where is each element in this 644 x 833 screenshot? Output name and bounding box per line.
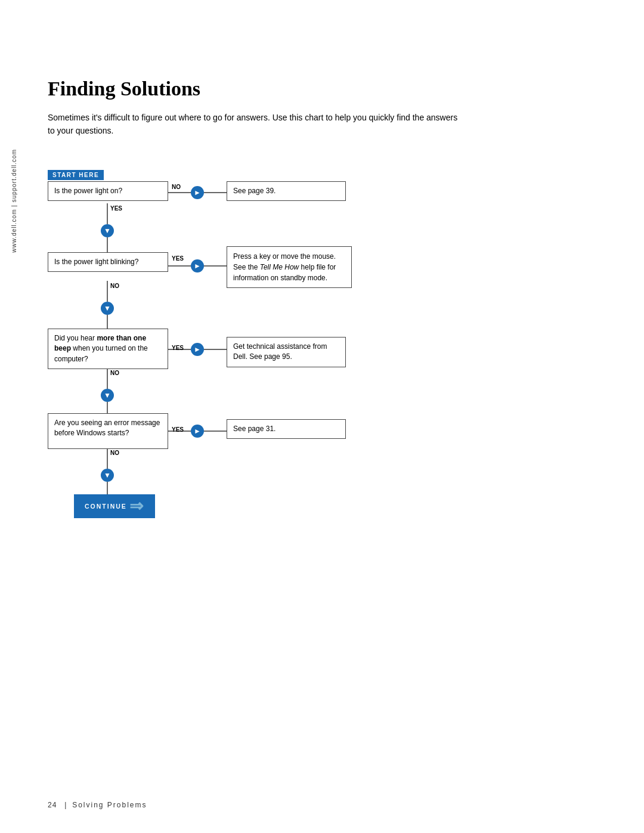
q4-no-arrow-icon: ▼ bbox=[101, 469, 114, 482]
q1-no-label: NO bbox=[172, 184, 181, 190]
flowchart: START HERE Is the power light on? NO ► S… bbox=[48, 162, 417, 567]
q1-no-answer: See page 39. bbox=[227, 181, 346, 201]
q2-no-label: NO bbox=[110, 283, 119, 289]
q3-no-label: NO bbox=[110, 370, 119, 376]
question-3-box: Did you hear more than one beep when you… bbox=[48, 329, 168, 369]
q4-yes-label: YES bbox=[172, 426, 184, 433]
continue-arrow-icon: ⇒ bbox=[129, 498, 144, 515]
q3-yes-answer: Get technical assistance from Dell. See … bbox=[227, 337, 346, 367]
q2-yes-label: YES bbox=[172, 255, 184, 262]
page-container: www.dell.com | support.dell.com Finding … bbox=[0, 0, 644, 833]
q1-yes-arrow-icon: ▼ bbox=[101, 224, 114, 237]
q2-yes-answer: Press a key or move the mouse. See the T… bbox=[227, 246, 352, 288]
q4-no-label: NO bbox=[110, 450, 119, 456]
main-content: Finding Solutions Sometimes it's difficu… bbox=[48, 78, 608, 833]
start-here-badge: START HERE bbox=[48, 170, 104, 180]
sidebar-text: www.dell.com | support.dell.com bbox=[11, 149, 17, 253]
q3-yes-arrow-icon: ► bbox=[191, 343, 204, 356]
q3-no-arrow-icon: ▼ bbox=[101, 389, 114, 402]
q3-yes-label: YES bbox=[172, 345, 184, 351]
question-4-box: Are you seeing an error message before W… bbox=[48, 413, 168, 449]
q4-yes-answer: See page 31. bbox=[227, 419, 346, 439]
page-title: Finding Solutions bbox=[48, 78, 608, 100]
q2-yes-arrow-icon: ► bbox=[191, 259, 204, 272]
question-1-box: Is the power light on? bbox=[48, 181, 168, 201]
question-2-box: Is the power light blinking? bbox=[48, 252, 168, 272]
q4-yes-arrow-icon: ► bbox=[191, 425, 204, 438]
q2-no-arrow-icon: ▼ bbox=[101, 302, 114, 315]
q1-yes-label: YES bbox=[110, 205, 122, 212]
continue-button[interactable]: CONTINUE ⇒ bbox=[74, 494, 155, 518]
page-number: 24 bbox=[48, 801, 57, 809]
footer-section: Solving Problems bbox=[72, 801, 147, 809]
footer-separator: | bbox=[60, 801, 72, 809]
page-footer: 24 | Solving Problems bbox=[48, 801, 147, 809]
q1-no-arrow-icon: ► bbox=[191, 186, 204, 199]
intro-text: Sometimes it's difficult to figure out w… bbox=[48, 111, 465, 138]
